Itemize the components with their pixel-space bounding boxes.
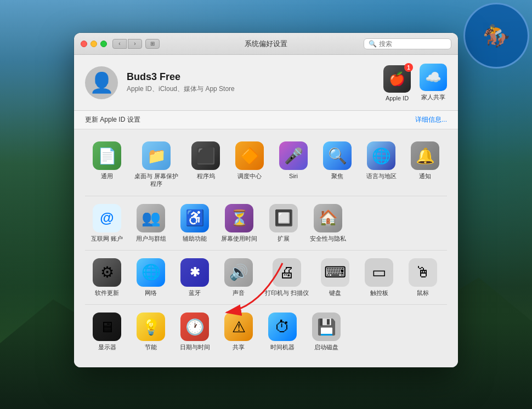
icon-item-security[interactable]: 🏠安全性与隐私 — [305, 201, 350, 246]
icon-box-extensions: 🔲 — [269, 204, 298, 232]
icon-item-desktop[interactable]: 📁桌面与 屏幕保护程序 — [129, 138, 184, 191]
update-text: 更新 Apple ID 设置 — [85, 115, 140, 124]
family-icon: ☁️ — [425, 70, 442, 85]
icons-grid: 📄通用📁桌面与 屏幕保护程序⬛程序坞🔶调度中心🎤Siri🔍聚焦🌐语言与地区🔔通知… — [74, 129, 458, 367]
icon-label-users: 用户与群组 — [136, 235, 166, 242]
header-icons: 🍎 1 Apple ID ☁️ 家人共享 — [383, 64, 447, 101]
icon-box-users: 👥 — [137, 204, 165, 232]
icon-box-siri: 🎤 — [279, 141, 308, 170]
icon-label-datetime: 日期与时间 — [180, 343, 210, 351]
forward-button[interactable]: › — [128, 39, 142, 49]
icon-box-printer: 🖨 — [273, 258, 301, 287]
icon-item-notification[interactable]: 🔔通知 — [403, 138, 447, 191]
icon-label-startup: 启动磁盘 — [314, 343, 338, 351]
icon-label-dock: 程序坞 — [197, 172, 215, 180]
icon-item-mission[interactable]: 🔶调度中心 — [228, 138, 271, 191]
user-header: 👤 Buds3 Free Apple ID、iCloud、媒体与 App Sto… — [74, 55, 458, 111]
apple-id-badge: 1 — [404, 63, 413, 72]
icon-box-datetime: 🕐 — [180, 313, 209, 341]
icon-label-printer: 打印机与 扫描仪 — [265, 289, 309, 297]
icon-box-network: 🌐 — [137, 258, 165, 287]
icon-label-software: 软件更新 — [95, 289, 119, 297]
update-banner: 更新 Apple ID 设置 详细信息... — [74, 111, 458, 129]
icon-item-software[interactable]: ⚙软件更新 — [85, 255, 129, 300]
icon-item-timemachine[interactable]: ⏱时间机器 — [261, 309, 304, 354]
icon-label-internet: 互联网 账户 — [91, 235, 123, 242]
icon-item-spotlight[interactable]: 🔍聚焦 — [315, 138, 359, 191]
icon-item-siri[interactable]: 🎤Siri — [271, 138, 315, 191]
icon-label-display: 显示器 — [98, 343, 116, 351]
system-preferences-window: ‹ › ⊞ 系统偏好设置 🔍 👤 Buds3 Free Apple ID、iCl… — [74, 33, 458, 367]
icon-row-row3: ⚙软件更新🌐网络✱蓝牙🔊声音🖨打印机与 扫描仪⌨键盘▭触控板🖱鼠标 — [85, 255, 447, 305]
icon-item-language[interactable]: 🌐语言与地区 — [359, 138, 403, 191]
family-label: 家人共享 — [421, 93, 445, 101]
icon-item-startup[interactable]: 💾启动磁盘 — [304, 309, 348, 354]
icon-label-bluetooth: 蓝牙 — [189, 289, 201, 297]
icon-item-extensions[interactable]: 🔲扩展 — [262, 201, 305, 246]
icon-item-accessibility[interactable]: ♿辅助功能 — [173, 201, 217, 246]
icon-label-extensions: 扩展 — [278, 235, 290, 242]
search-bar[interactable]: 🔍 — [364, 38, 451, 49]
icon-item-bluetooth[interactable]: ✱蓝牙 — [173, 255, 217, 300]
apple-id-box: 🍎 1 — [383, 65, 411, 93]
icon-item-users[interactable]: 👥用户与群组 — [129, 201, 173, 246]
search-input[interactable] — [379, 40, 445, 48]
minimize-button[interactable] — [90, 41, 97, 47]
icon-row-row4: 🖥显示器💡节能🕐日期与时间⚠共享⏱时间机器💾启动磁盘 — [85, 309, 447, 359]
icon-label-trackpad: 触控板 — [370, 289, 388, 297]
icon-row-row2: @互联网 账户👥用户与群组♿辅助功能⏳屏幕使用时间🔲扩展🏠安全性与隐私 — [85, 201, 447, 251]
icon-label-network: 网络 — [145, 289, 157, 297]
icon-item-datetime[interactable]: 🕐日期与时间 — [173, 309, 217, 354]
apple-id-icon: 🍎 — [389, 71, 405, 87]
user-name: Buds3 Free — [127, 71, 383, 83]
icon-box-dock: ⬛ — [191, 141, 220, 170]
icon-item-internet[interactable]: @互联网 账户 — [85, 201, 129, 246]
family-sharing-icon-item[interactable]: ☁️ 家人共享 — [420, 64, 447, 101]
icon-label-language: 语言与地区 — [366, 172, 397, 180]
icon-item-general[interactable]: 📄通用 — [85, 138, 129, 191]
avatar-icon: 👤 — [89, 71, 114, 94]
icon-box-language: 🌐 — [367, 141, 395, 170]
icon-item-screentime[interactable]: ⏳屏幕使用时间 — [217, 201, 262, 246]
icon-box-trackpad: ▭ — [365, 258, 393, 287]
icon-item-keyboard[interactable]: ⌨键盘 — [313, 255, 357, 300]
icon-item-display[interactable]: 🖥显示器 — [85, 309, 129, 354]
icon-label-general: 通用 — [101, 172, 113, 180]
grid-view-button[interactable]: ⊞ — [145, 39, 160, 49]
icon-item-dock[interactable]: ⬛程序坞 — [184, 138, 228, 191]
icon-label-notification: 通知 — [419, 172, 431, 180]
icon-label-spotlight: 聚焦 — [331, 172, 343, 180]
icon-item-printer[interactable]: 🖨打印机与 扫描仪 — [261, 255, 313, 300]
icon-item-mouse[interactable]: 🖱鼠标 — [401, 255, 445, 300]
titlebar: ‹ › ⊞ 系统偏好设置 🔍 — [74, 33, 458, 55]
icon-item-sound[interactable]: 🔊声音 — [217, 255, 261, 300]
icon-box-mission: 🔶 — [235, 141, 264, 170]
back-button[interactable]: ‹ — [112, 39, 127, 49]
icon-item-network[interactable]: 🌐网络 — [129, 255, 173, 300]
icon-box-display: 🖥 — [93, 313, 121, 341]
icon-box-software: ⚙ — [93, 258, 121, 287]
icon-item-sharing[interactable]: ⚠共享 — [217, 309, 261, 354]
icon-row-row1: 📄通用📁桌面与 屏幕保护程序⬛程序坞🔶调度中心🎤Siri🔍聚焦🌐语言与地区🔔通知 — [85, 138, 447, 196]
icon-box-internet: @ — [93, 204, 121, 232]
apple-id-icon-item[interactable]: 🍎 1 Apple ID — [383, 65, 411, 101]
maximize-button[interactable] — [100, 41, 107, 47]
icon-label-mouse: 鼠标 — [417, 289, 429, 297]
close-button[interactable] — [81, 41, 87, 47]
icon-box-sound: 🔊 — [224, 258, 253, 287]
icon-box-bluetooth: ✱ — [180, 258, 209, 287]
icon-label-security: 安全性与隐私 — [310, 235, 346, 242]
icon-label-energy: 节能 — [145, 343, 157, 351]
icon-box-spotlight: 🔍 — [323, 141, 352, 170]
icon-label-sound: 声音 — [233, 289, 245, 297]
icon-item-energy[interactable]: 💡节能 — [129, 309, 173, 354]
icon-box-sharing: ⚠ — [224, 313, 253, 341]
icon-box-energy: 💡 — [137, 313, 165, 341]
window-title: 系统偏好设置 — [245, 39, 287, 49]
icon-label-siri: Siri — [289, 172, 298, 180]
icon-item-trackpad[interactable]: ▭触控板 — [357, 255, 401, 300]
icon-box-startup: 💾 — [312, 313, 341, 341]
icon-label-timemachine: 时间机器 — [270, 343, 295, 351]
update-link[interactable]: 详细信息... — [415, 115, 447, 124]
nav-buttons: ‹ › — [112, 39, 142, 49]
